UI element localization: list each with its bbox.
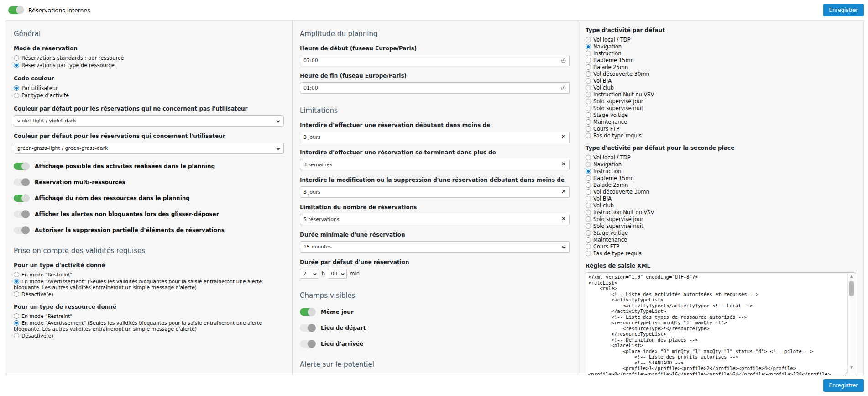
limitation-input[interactable] xyxy=(300,214,570,225)
radio-button[interactable] xyxy=(586,133,591,138)
limitation-label: Interdire d'effectuer une réservation se… xyxy=(300,149,570,156)
min-duration-select[interactable]: 15 minutes xyxy=(300,241,570,253)
toggle-switch[interactable] xyxy=(300,308,315,316)
radio-button[interactable] xyxy=(586,64,591,70)
radio-option: Vol BIA xyxy=(586,195,855,202)
radio-label: Vol local / TDP xyxy=(593,37,631,43)
radio-label: Par utilisateur xyxy=(21,85,58,91)
radio-button[interactable] xyxy=(586,37,591,42)
radio-button[interactable] xyxy=(586,71,591,77)
radio-label: Vol club xyxy=(593,84,614,91)
limitation-input[interactable] xyxy=(300,186,570,198)
radio-button[interactable] xyxy=(586,78,591,84)
clear-icon[interactable]: ✕ xyxy=(561,133,566,140)
radio-button[interactable] xyxy=(14,320,19,326)
toggle-switch[interactable] xyxy=(300,324,315,332)
radio-button[interactable] xyxy=(586,119,591,125)
toggle-knob xyxy=(21,162,30,170)
radio-label: Cours FTP xyxy=(593,243,619,250)
clock-picker-icon[interactable] xyxy=(560,57,566,63)
radio-button[interactable] xyxy=(586,126,591,132)
clear-icon[interactable]: ✕ xyxy=(561,161,566,167)
duration-hours-select[interactable]: 2 xyxy=(300,269,319,279)
color-user-select[interactable]: green-grass-light / green-grass-dark xyxy=(14,143,284,154)
radio-label: Désactivé(e) xyxy=(21,333,53,339)
activity-default-group: Vol local / TDP Navigation Instruction B… xyxy=(586,37,855,139)
limitation-field: Limitation du nombre de réservations ✕ xyxy=(300,204,570,225)
limitation-input[interactable] xyxy=(300,159,570,170)
toggle-switch[interactable] xyxy=(300,340,315,348)
internal-reservations-toggle[interactable] xyxy=(8,6,24,14)
radio-label: Réservations par type de ressource xyxy=(21,62,115,69)
xml-scrollbar[interactable]: ▲ ▼ xyxy=(847,273,855,375)
radio-button[interactable] xyxy=(14,291,19,297)
scroll-down-icon[interactable]: ▼ xyxy=(848,364,855,370)
toggle-switch[interactable] xyxy=(14,211,29,218)
save-button-bottom[interactable]: Enregistrer xyxy=(823,379,864,392)
radio-button[interactable] xyxy=(586,162,591,167)
xml-rules-textarea[interactable]: <?xml version="1.0" encoding="UTF-8"?> <… xyxy=(586,272,855,375)
radio-button[interactable] xyxy=(586,58,591,63)
radio-button[interactable] xyxy=(586,99,591,104)
radio-button[interactable] xyxy=(586,44,591,49)
radio-button[interactable] xyxy=(586,175,591,181)
toggle-knob xyxy=(308,340,316,348)
radio-button[interactable] xyxy=(586,189,591,195)
radio-button[interactable] xyxy=(14,313,19,319)
toggle-switch[interactable] xyxy=(14,179,29,186)
radio-button[interactable] xyxy=(586,196,591,201)
clear-icon[interactable]: ✕ xyxy=(561,188,566,195)
toggle-row: Lieu de départ xyxy=(300,324,570,332)
radio-button[interactable] xyxy=(14,279,19,284)
radio-button[interactable] xyxy=(586,244,591,249)
radio-button[interactable] xyxy=(586,182,591,188)
duration-minutes-select[interactable]: 00 xyxy=(328,269,347,279)
save-button-top[interactable]: Enregistrer xyxy=(823,4,864,16)
radio-button[interactable] xyxy=(14,272,19,277)
radio-button[interactable] xyxy=(586,106,591,111)
limitation-field: Interdire d'effectuer une réservation se… xyxy=(300,149,570,170)
scrollbar-thumb[interactable] xyxy=(849,281,854,296)
xml-rules-content[interactable]: <?xml version="1.0" encoding="UTF-8"?> <… xyxy=(586,273,847,375)
toggle-switch[interactable] xyxy=(14,195,29,202)
radio-button[interactable] xyxy=(586,155,591,160)
toggle-row: Autoriser la suppression partielle d'élé… xyxy=(14,227,284,234)
radio-option: Réservations standards : par ressource xyxy=(14,55,284,62)
scroll-up-icon[interactable]: ▲ xyxy=(848,273,855,279)
default-duration-row: 2 h 00 min xyxy=(300,269,570,279)
time-input[interactable] xyxy=(300,55,570,66)
limitation-input[interactable] xyxy=(300,132,570,143)
limitation-fields: Interdire d'effectuer une réservation dé… xyxy=(300,122,570,225)
toggle-label: Lieu de départ xyxy=(321,325,366,331)
radio-button[interactable] xyxy=(14,333,19,338)
toggle-switch[interactable] xyxy=(14,227,29,234)
radio-button[interactable] xyxy=(14,63,19,68)
toggle-row: Affichage du nom des ressources dans le … xyxy=(14,195,284,202)
radio-button[interactable] xyxy=(586,223,591,229)
clear-icon[interactable]: ✕ xyxy=(561,216,566,222)
radio-button[interactable] xyxy=(586,251,591,256)
radio-button[interactable] xyxy=(586,237,591,243)
radio-button[interactable] xyxy=(14,93,19,98)
radio-button[interactable] xyxy=(586,51,591,56)
radio-label: Navigation xyxy=(593,161,622,168)
radio-button[interactable] xyxy=(586,85,591,90)
clock-picker-icon[interactable] xyxy=(560,84,566,91)
radio-button[interactable] xyxy=(586,169,591,174)
radio-button[interactable] xyxy=(586,230,591,236)
resize-handle-icon[interactable] xyxy=(842,371,847,375)
radio-option: Bapteme 15mn xyxy=(586,175,855,182)
color-other-select[interactable]: violet-light / violet-dark xyxy=(14,115,284,127)
time-input[interactable] xyxy=(300,82,570,94)
radio-button[interactable] xyxy=(586,112,591,118)
radio-button[interactable] xyxy=(586,210,591,215)
radio-button[interactable] xyxy=(14,85,19,91)
radio-label: Instruction xyxy=(593,168,622,174)
toggle-switch[interactable] xyxy=(14,163,29,170)
radio-button[interactable] xyxy=(586,203,591,208)
potential-title: Alerte sur le potentiel xyxy=(300,360,570,369)
radio-button[interactable] xyxy=(586,92,591,97)
radio-button[interactable] xyxy=(14,55,19,61)
radio-button[interactable] xyxy=(586,216,591,222)
radio-label: Réservations standards : par ressource xyxy=(21,55,124,61)
